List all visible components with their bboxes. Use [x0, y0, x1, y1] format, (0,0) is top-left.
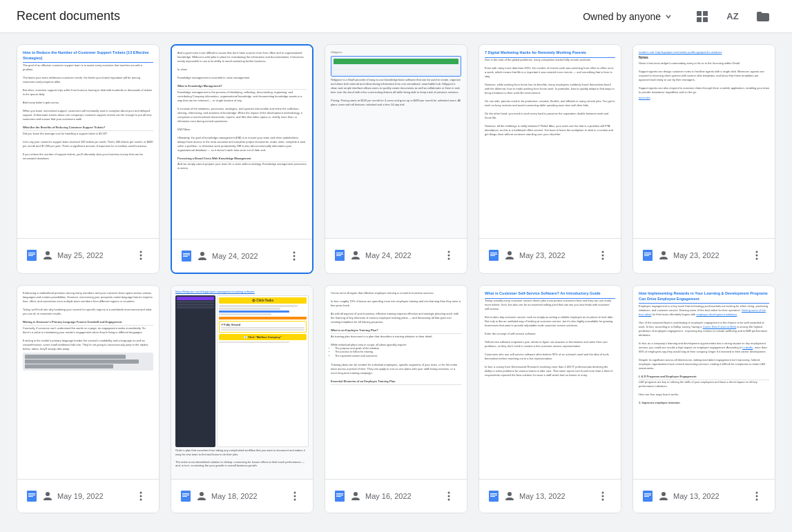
svg-point-40: [661, 251, 666, 255]
folder-button[interactable]: [751, 4, 775, 29]
more-vert-icon-5: [751, 250, 762, 261]
doc-footer-6: May 19, 2022: [17, 479, 159, 513]
svg-rect-0: [697, 11, 702, 16]
svg-rect-53: [182, 493, 189, 494]
svg-rect-38: [644, 254, 651, 255]
svg-point-10: [140, 255, 142, 257]
doc-footer-1: May 25, 2022: [17, 238, 159, 272]
svg-point-11: [140, 258, 142, 260]
svg-point-42: [756, 255, 758, 257]
svg-point-58: [294, 495, 296, 497]
more-options-2[interactable]: [284, 246, 304, 266]
doc-date-1: May 25, 2022: [57, 251, 104, 259]
doc-footer-2: May 24, 2022: [172, 239, 312, 273]
person-icon-6: [42, 491, 53, 502]
doc-preview-8: I know we're all agree that effective em…: [325, 286, 467, 479]
svg-point-65: [448, 492, 450, 494]
more-options-8[interactable]: [439, 486, 458, 506]
svg-point-56: [200, 492, 204, 496]
doc-footer-9: May 13, 2022: [479, 479, 621, 513]
svg-point-26: [448, 255, 450, 257]
doc-type-icon-2: [180, 250, 193, 262]
doc-date-10: May 13, 2022: [673, 492, 719, 500]
doc-card-5[interactable]: reader's role: http://typepad.com/reader…: [632, 44, 775, 274]
more-options-4[interactable]: [593, 246, 612, 265]
person-icon-10: [658, 491, 669, 502]
sort-button[interactable]: AZ: [720, 4, 745, 29]
doc-date-5: May 23, 2022: [673, 251, 719, 259]
doc-preview-4: 7 Digital Marketing Hacks for Remotely W…: [479, 45, 621, 238]
doc-footer-10: May 13, 2022: [633, 479, 775, 513]
owned-by-label: Owned by anyone: [583, 11, 661, 22]
svg-point-72: [508, 492, 512, 496]
doc-preview-9: What is Customer Self-Service Software? …: [479, 286, 621, 479]
svg-point-82: [756, 495, 758, 497]
more-options-1[interactable]: [131, 246, 151, 265]
doc-preview-7: https://helpjuice.com/blog/project-manag…: [171, 286, 313, 479]
svg-point-9: [140, 251, 142, 253]
doc-card-4[interactable]: 7 Digital Marketing Hacks for Remotely W…: [479, 44, 621, 274]
svg-point-33: [602, 251, 604, 253]
more-options-7[interactable]: [285, 486, 305, 506]
doc-card-1[interactable]: How to Reduce the Number of Customer Sup…: [17, 44, 160, 274]
doc-card-10[interactable]: How Implementing Rewards in Your Learnin…: [632, 285, 775, 513]
more-vert-icon-1: [135, 250, 146, 261]
doc-type-icon-7: [180, 490, 192, 502]
owned-by-button[interactable]: Owned by anyone: [576, 7, 679, 26]
doc-preview-1: How to Reduce the Number of Customer Sup…: [17, 45, 159, 238]
svg-point-66: [448, 495, 450, 497]
svg-rect-23: [336, 255, 341, 256]
svg-point-24: [354, 251, 358, 255]
svg-rect-37: [644, 253, 651, 253]
more-options-6[interactable]: [131, 486, 151, 506]
more-options-9[interactable]: [593, 486, 612, 506]
doc-type-icon-6: [26, 490, 38, 502]
svg-rect-3: [703, 17, 708, 22]
svg-rect-1: [703, 11, 708, 16]
doc-date-6: May 19, 2022: [57, 492, 104, 500]
grid-view-button[interactable]: [690, 4, 715, 29]
doc-card-2[interactable]: And a good even more difficult to issues…: [171, 44, 313, 274]
doc-type-icon-10: [641, 490, 654, 502]
svg-point-48: [46, 492, 50, 496]
svg-rect-70: [490, 495, 497, 495]
person-icon-9: [504, 491, 515, 502]
more-vert-icon-7: [289, 491, 300, 502]
svg-rect-69: [490, 493, 497, 494]
grid-view-icon: [696, 10, 708, 23]
person-icon-4: [504, 250, 515, 261]
svg-rect-77: [644, 493, 651, 494]
doc-preview-5: reader's role: http://typepad.com/reader…: [633, 45, 775, 238]
svg-point-32: [508, 251, 512, 255]
more-options-3[interactable]: [439, 246, 458, 265]
more-options-5[interactable]: [747, 246, 766, 265]
chevron-down-icon: [665, 13, 672, 20]
doc-card-3[interactable]: Helpjuice Helpjuice is a SaaS provider o…: [325, 44, 467, 274]
doc-card-7[interactable]: https://helpjuice.com/blog/project-manag…: [171, 285, 313, 513]
doc-card-6[interactable]: Embracing a multicultural premium among …: [17, 285, 160, 513]
folder-icon: [756, 11, 770, 22]
svg-point-67: [448, 499, 450, 501]
svg-rect-2: [697, 17, 702, 22]
svg-point-41: [756, 251, 758, 253]
svg-point-43: [756, 258, 758, 260]
svg-rect-14: [183, 255, 190, 255]
doc-card-8[interactable]: I know we're all agree that effective em…: [325, 285, 467, 513]
svg-point-27: [448, 258, 450, 260]
doc-card-9[interactable]: What is Customer Self-Service Software? …: [479, 285, 621, 513]
doc-footer-8: May 16, 2022: [325, 479, 467, 513]
svg-rect-22: [336, 254, 343, 255]
svg-rect-15: [183, 256, 188, 257]
doc-type-icon-9: [487, 490, 500, 502]
more-vert-icon-9: [597, 491, 608, 502]
svg-rect-78: [644, 495, 651, 495]
svg-rect-61: [336, 493, 343, 494]
more-vert-icon-4: [597, 250, 608, 261]
more-vert-icon-6: [135, 491, 146, 502]
svg-point-80: [661, 492, 666, 496]
svg-point-83: [756, 499, 758, 501]
svg-point-64: [354, 492, 358, 496]
more-options-10[interactable]: [747, 486, 766, 506]
svg-point-16: [200, 252, 204, 256]
svg-rect-47: [28, 496, 33, 497]
